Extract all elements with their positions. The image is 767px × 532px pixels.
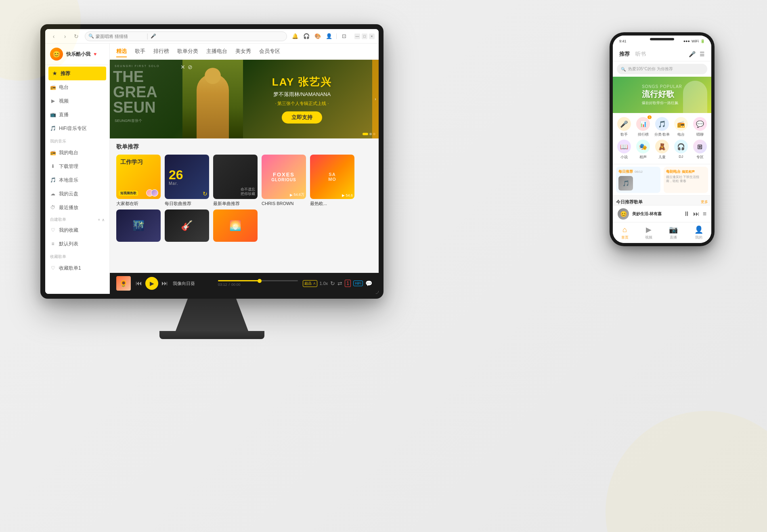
phone-tab-listen[interactable]: 听书 — [635, 50, 646, 58]
sidebar-item-myradio[interactable]: 📻 我的电台 — [45, 146, 109, 159]
tab-featured[interactable]: 精选 — [116, 46, 127, 57]
phone: 9:41 ●●● WiFi 🔋 推荐 听书 🎤 ☰ — [610, 32, 715, 246]
sing-icon: 💬 — [693, 117, 707, 131]
mic-icon[interactable]: 🎤 — [151, 34, 156, 39]
playlist-card2-3[interactable]: 🌅 — [213, 209, 258, 243]
sidebar-item-recent[interactable]: ⏱ 最近播放 — [45, 201, 109, 214]
maximize-button[interactable]: □ — [362, 34, 367, 39]
playlist-card2-2[interactable]: 🎸 — [165, 209, 209, 243]
phone-container: 9:41 ●●● WiFi 🔋 推荐 听书 🎤 ☰ — [610, 32, 715, 246]
phone-icon-sing[interactable]: 💬 唱聊 — [692, 117, 708, 137]
playlist-card-2[interactable]: 26 Mar. ↻ 每日歌曲推荐 — [165, 155, 209, 206]
menu-tab-icon[interactable]: ☰ — [700, 51, 705, 57]
sidebar-item-video[interactable]: ▶ 视频 — [45, 94, 109, 108]
search-input[interactable] — [96, 34, 144, 39]
comment-icon[interactable]: 💬 — [365, 280, 372, 287]
phone-nav-live[interactable]: 📷 直播 — [669, 225, 678, 240]
phone-nav-profile[interactable]: 👤 我的 — [694, 225, 703, 240]
live-nav-label: 直播 — [670, 235, 677, 240]
banner-icons: ✕ ⊘ — [180, 64, 193, 70]
sidebar-item-radio[interactable]: 📻 电台 — [45, 80, 109, 94]
phone-radio-label: 电台 — [677, 132, 685, 137]
banner-icon1[interactable]: ✕ — [180, 64, 185, 70]
quality-badge: 超品 ∧ — [303, 280, 317, 287]
sidebar-item-local[interactable]: 🎵 本地音乐 — [45, 173, 109, 187]
speed-control[interactable]: 1.0x — [320, 281, 328, 286]
play-pause-button[interactable]: ▶ — [145, 277, 158, 290]
prev-button[interactable]: ⏮ — [136, 280, 142, 287]
tab-dj[interactable]: 主播电台 — [206, 46, 227, 57]
battery-icon: 🔋 — [700, 39, 705, 43]
now-next-button[interactable]: ⏭ — [693, 210, 700, 218]
add-playlist-button[interactable]: + — [98, 218, 100, 222]
title-bar: ‹ › ↻ 🔍 | 🎤 🔔 🎧 — [45, 29, 379, 44]
cover-3: 命不遗忘把你珍藏 — [213, 155, 258, 199]
local-icon: 🎵 — [50, 177, 56, 183]
daily-rec-card[interactable]: 每日推荐 06/12 🎵 — [616, 167, 660, 193]
now-pause-button[interactable]: ⏸ — [683, 210, 690, 218]
banner-icon2[interactable]: ⊘ — [188, 64, 193, 70]
collapse-icon[interactable]: ∧ — [102, 218, 105, 222]
playlist-card-3[interactable]: 命不遗忘把你珍藏 最新单曲推荐 — [213, 155, 258, 206]
tab-artists[interactable]: 歌手 — [135, 46, 145, 57]
sidebar-item-favorites[interactable]: ♡ 我的收藏 — [45, 223, 109, 237]
today-more[interactable]: 更多 — [701, 199, 708, 205]
phone-tabs: 推荐 听书 🎤 ☰ — [613, 47, 711, 61]
refresh-icon: ↻ — [203, 190, 207, 197]
phone-icon-chart[interactable]: 📊 1 排行榜 — [635, 117, 652, 137]
playlist-card-4[interactable]: FOXES GLORIOUS ▶54.6万 CHRIS BROWN — [262, 155, 306, 206]
profile-nav-icon: 👤 — [694, 225, 703, 234]
sidebar-item-recommend[interactable]: ★ 推荐 — [48, 67, 106, 80]
phone-tab-recommend[interactable]: 推荐 — [619, 50, 630, 58]
download-icon[interactable]: 🔔 — [291, 32, 299, 40]
mic-tab-icon[interactable]: 🎤 — [689, 51, 696, 57]
next-banner[interactable]: › — [372, 60, 379, 138]
loop-icon[interactable]: ↻ — [330, 280, 335, 287]
skin-icon[interactable]: 🎨 — [314, 32, 322, 40]
banner-cta-button[interactable]: 立即支持 — [282, 111, 322, 124]
mini-icon[interactable]: ⊡ — [340, 32, 348, 40]
daily-rec-time: 06/12 — [635, 170, 643, 174]
now-list-button[interactable]: ≡ — [703, 210, 706, 218]
phone-icon-crosstalk[interactable]: 🎭 相声 — [635, 140, 652, 160]
tab-playlist-category[interactable]: 歌单分类 — [177, 46, 198, 57]
progress-bar[interactable] — [218, 280, 298, 281]
monitor-stand — [172, 299, 252, 331]
today-playlist-section: 今日推荐歌单 更多 🎵 那些好听到爆的空气情歌 🎤 最具潜力的华语新人流行歌曲 — [613, 196, 711, 205]
phone-icon-singer[interactable]: 🎤 歌手 — [616, 117, 633, 137]
sidebar-item-default[interactable]: ≡ 默认列表 — [45, 237, 109, 251]
sidebar-item-hifi[interactable]: 🎵 HiFi音乐专区 — [45, 121, 109, 135]
now-title: 美妙生活-林有嘉 — [632, 211, 680, 217]
search-input-wrap[interactable]: 🔍 | 🎤 — [85, 31, 287, 41]
phone-icon-playlist[interactable]: 🎵 分类·歌单 — [654, 117, 671, 137]
sidebar-item-cloud[interactable]: ☁ 我的云盘 — [45, 187, 109, 201]
phone-icon-zone[interactable]: ⊞ 专区 — [692, 140, 708, 160]
playlist-card-1[interactable]: 工作学习 一键随心听 短视频热歌 — [116, 155, 161, 206]
cover-1: 工作学习 一键随心听 短视频热歌 — [116, 155, 161, 199]
phone-icon-dj[interactable]: 🎧 DJ — [673, 140, 689, 160]
shuffle-icon[interactable]: ⇄ — [337, 280, 342, 287]
tab-charts[interactable]: 排行榜 — [153, 46, 169, 57]
close-button[interactable]: × — [369, 34, 375, 39]
phone-icon-novel[interactable]: 📖 小说 — [616, 140, 633, 160]
headphone-icon[interactable]: 🎧 — [302, 32, 310, 40]
phone-nav-home[interactable]: ⌂ 首页 — [621, 226, 629, 240]
sidebar-item-live[interactable]: 📺 直播 — [45, 108, 109, 121]
phone-search-bar[interactable]: 🔍 热爱105°C的你 为你推荐 — [617, 64, 707, 74]
tab-beauty[interactable]: 美女秀 — [235, 46, 251, 57]
app-window: ‹ › ↻ 🔍 | 🎤 🔔 🎧 — [45, 29, 379, 294]
phone-icon-kids[interactable]: 🧸 儿童 — [654, 140, 671, 160]
today-header: 今日推荐歌单 更多 — [616, 199, 708, 205]
playlist-card2-1[interactable]: 🌃 — [116, 209, 161, 243]
tab-vip[interactable]: 会员专区 — [259, 46, 280, 57]
sidebar-item-download[interactable]: ⬇ 下载管理 — [45, 159, 109, 173]
phone-icon-radio[interactable]: 📻 电台 — [673, 117, 689, 137]
account-icon[interactable]: 👤 — [325, 32, 333, 40]
short-video-label: 短视频热歌 — [119, 191, 138, 196]
side-radio-card[interactable]: 每刻电台 搞笑相声 德云逢笑社·下班生活指南，轻松 青春 — [664, 167, 708, 193]
phone-nav-video[interactable]: ▶ 视频 — [645, 225, 652, 240]
minimize-button[interactable]: — — [354, 34, 360, 39]
playlist-card-5[interactable]: SAMO ▶54.6 最热欧... — [310, 155, 354, 206]
next-button[interactable]: ⏭ — [161, 280, 168, 287]
sidebar-item-collected1[interactable]: ♡ 收藏歌单1 — [45, 261, 109, 275]
